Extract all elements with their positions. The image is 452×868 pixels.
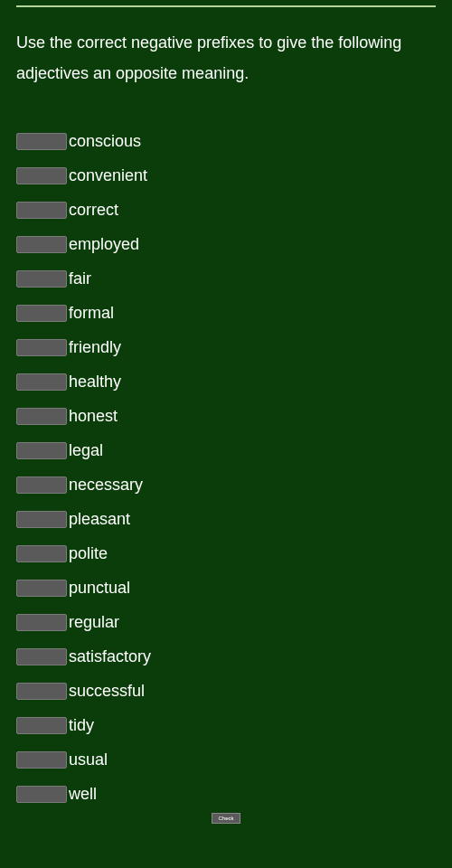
prefix-input[interactable] xyxy=(16,167,67,184)
adjective-label: conscious xyxy=(69,132,141,151)
prefix-input[interactable] xyxy=(16,270,67,288)
prefix-input[interactable] xyxy=(16,476,67,494)
prefix-input[interactable] xyxy=(16,236,67,253)
adjective-label: tidy xyxy=(69,716,94,735)
adjective-label: punctual xyxy=(69,579,130,598)
exercise-item: friendly xyxy=(16,338,436,357)
submit-area: Check xyxy=(16,813,436,824)
exercise-item: usual xyxy=(16,750,436,769)
prefix-input[interactable] xyxy=(16,648,67,665)
title-divider xyxy=(16,0,436,7)
instruction-text: Use the correct negative prefixes to giv… xyxy=(16,27,436,89)
prefix-input[interactable] xyxy=(16,614,67,631)
adjective-label: correct xyxy=(69,201,118,220)
exercise-item: regular xyxy=(16,613,436,632)
exercise-item: punctual xyxy=(16,579,436,598)
exercise-item: legal xyxy=(16,441,436,460)
check-button[interactable]: Check xyxy=(212,813,240,824)
prefix-input[interactable] xyxy=(16,305,67,322)
adjective-label: pleasant xyxy=(69,510,130,529)
exercise-item: convenient xyxy=(16,166,436,185)
prefix-input[interactable] xyxy=(16,580,67,597)
prefix-input[interactable] xyxy=(16,717,67,734)
exercise-container: Use the correct negative prefixes to giv… xyxy=(0,0,452,824)
prefix-input[interactable] xyxy=(16,751,67,769)
adjective-label: convenient xyxy=(69,166,147,185)
prefix-input[interactable] xyxy=(16,133,67,150)
adjective-label: employed xyxy=(69,235,139,254)
exercise-item: polite xyxy=(16,544,436,563)
exercise-item: fair xyxy=(16,269,436,288)
exercise-item: formal xyxy=(16,304,436,323)
prefix-input[interactable] xyxy=(16,442,67,459)
prefix-input[interactable] xyxy=(16,373,67,391)
adjective-label: usual xyxy=(69,750,108,769)
exercise-list: consciousconvenientcorrectemployedfairfo… xyxy=(16,132,436,804)
adjective-label: successful xyxy=(69,682,145,701)
exercise-item: employed xyxy=(16,235,436,254)
exercise-item: pleasant xyxy=(16,510,436,529)
exercise-item: healthy xyxy=(16,373,436,392)
exercise-item: satisfactory xyxy=(16,647,436,666)
exercise-item: successful xyxy=(16,682,436,701)
exercise-item: honest xyxy=(16,407,436,426)
exercise-item: necessary xyxy=(16,476,436,495)
exercise-item: conscious xyxy=(16,132,436,151)
adjective-label: well xyxy=(69,785,97,804)
adjective-label: formal xyxy=(69,304,114,323)
adjective-label: friendly xyxy=(69,338,121,357)
prefix-input[interactable] xyxy=(16,202,67,219)
adjective-label: fair xyxy=(69,269,91,288)
adjective-label: regular xyxy=(69,613,119,632)
exercise-item: correct xyxy=(16,201,436,220)
prefix-input[interactable] xyxy=(16,408,67,425)
adjective-label: legal xyxy=(69,441,103,460)
prefix-input[interactable] xyxy=(16,683,67,700)
exercise-item: well xyxy=(16,785,436,804)
adjective-label: necessary xyxy=(69,476,143,495)
adjective-label: healthy xyxy=(69,373,121,392)
prefix-input[interactable] xyxy=(16,545,67,562)
prefix-input[interactable] xyxy=(16,339,67,356)
adjective-label: honest xyxy=(69,407,118,426)
adjective-label: polite xyxy=(69,544,108,563)
prefix-input[interactable] xyxy=(16,786,67,803)
exercise-item: tidy xyxy=(16,716,436,735)
prefix-input[interactable] xyxy=(16,511,67,528)
adjective-label: satisfactory xyxy=(69,647,151,666)
